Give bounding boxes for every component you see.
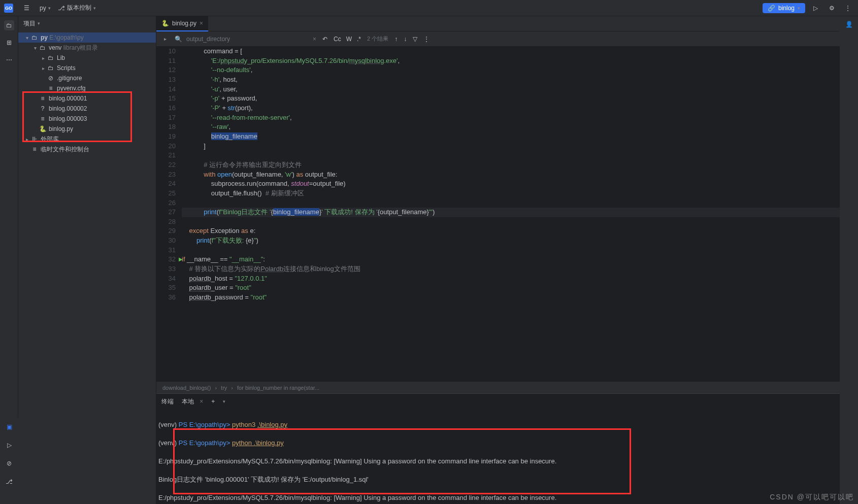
tree-lib[interactable]: ▸🗀Lib	[18, 53, 156, 63]
tree-root[interactable]: ▾🗀py E:\gopath\py	[18, 32, 156, 43]
file-icon: ≡	[39, 115, 47, 122]
close-icon[interactable]: ×	[200, 20, 203, 27]
library-icon: ⊪	[30, 136, 39, 143]
terminal-output[interactable]: (venv) PS E:\gopath\py> python3 .\binlog…	[156, 409, 840, 504]
collapse-icon[interactable]: ▸	[161, 36, 169, 42]
tree-scratch[interactable]: ≡临时文件和控制台	[18, 144, 156, 154]
project-tool-icon[interactable]: 🗀	[4, 20, 14, 30]
terminal-tab-main[interactable]: 终端	[161, 397, 174, 406]
editor-tab[interactable]: 🐍binlog.py×	[156, 16, 208, 31]
tree-binlog1[interactable]: ≡binlog.000001	[18, 93, 156, 104]
account-icon[interactable]: 👤	[844, 19, 854, 29]
terminal-tabs: 终端 本地 × + ▾	[156, 394, 840, 409]
main-toolbar: GO ☰ py▾ ⎇版本控制▾ 🔗binlog▾ ▷ ⚙ ⋮	[0, 0, 858, 16]
file-icon: ≡	[47, 85, 55, 92]
run-tool-icon[interactable]: ▷	[4, 440, 14, 450]
code-content[interactable]: command = [ 'E:/phpstudy_pro/Extensions/…	[182, 47, 840, 381]
breadcrumb-item[interactable]: download_binlogs()	[162, 385, 211, 391]
vcs-selector[interactable]: ⎇版本控制▾	[58, 4, 96, 12]
folder-icon: 🗀	[47, 54, 55, 61]
more-icon[interactable]: ⋮	[842, 2, 854, 14]
structure-tool-icon[interactable]: ⊞	[4, 38, 14, 48]
vcs-label: 版本控制	[67, 4, 91, 12]
folder-icon: 🗀	[39, 44, 47, 51]
run-config-label: binlog	[778, 5, 795, 12]
problems-icon[interactable]: ⊘	[4, 458, 14, 468]
terminal-dropdown-icon[interactable]: ▾	[223, 399, 225, 404]
tree-pyvenv[interactable]: ≡pyvenv.cfg	[18, 83, 156, 93]
run-config-selector[interactable]: 🔗binlog▾	[763, 3, 805, 13]
word-toggle[interactable]: W	[346, 36, 352, 43]
line-gutter: 1011121314151617181920212223242526272829…	[156, 47, 182, 381]
terminal-panel: 终端 本地 × + ▾ (venv) PS E:\gopath\py> pyth…	[156, 393, 840, 504]
file-icon: ?	[39, 105, 47, 112]
tree-external[interactable]: ▸⊪外部库	[18, 134, 156, 144]
project-name: py	[40, 5, 46, 12]
right-tool-rail: 👤	[840, 16, 858, 504]
file-icon: ≡	[39, 95, 47, 102]
scratch-icon: ≡	[30, 146, 39, 153]
tab-label: binlog.py	[172, 20, 196, 27]
sidebar-title: 项目	[23, 19, 36, 28]
project-selector[interactable]: py▾	[40, 5, 51, 12]
clear-icon[interactable]: ×	[313, 36, 316, 43]
ide-logo-icon[interactable]: GO	[4, 4, 13, 13]
find-bar: ▸ 🔍output_directory × ↶ Cc W .* 2 个结果 ↑ …	[156, 31, 840, 47]
python-icon: 🐍	[161, 20, 169, 27]
tree-binlog2[interactable]: ?binlog.000002	[18, 104, 156, 114]
watermark: CSDN @可以吧可以吧	[770, 493, 854, 502]
next-icon[interactable]: ↓	[404, 36, 407, 43]
regex-toggle[interactable]: .*	[357, 36, 361, 43]
tree-gitignore[interactable]: ⊘.gitignore	[18, 73, 156, 83]
python-icon: 🐍	[39, 125, 47, 132]
project-sidebar: 项目▾ ▾🗀py E:\gopath\py ▾🗀venv library根目录 …	[18, 16, 156, 504]
tree-scripts[interactable]: ▸🗀Scripts	[18, 63, 156, 73]
tree-binlog3[interactable]: ≡binlog.000003	[18, 114, 156, 124]
git-icon[interactable]: ⎇	[4, 477, 14, 487]
code-editor[interactable]: 1011121314151617181920212223242526272829…	[156, 47, 840, 381]
results-count: 2 个结果	[367, 35, 388, 43]
project-tree: ▾🗀py E:\gopath\py ▾🗀venv library根目录 ▸🗀Li…	[18, 30, 156, 504]
file-icon: ⊘	[47, 75, 55, 82]
menu-icon[interactable]: ☰	[20, 2, 32, 14]
more-tools-icon[interactable]: ⋯	[4, 55, 14, 65]
tree-binlogpy[interactable]: 🐍binlog.py	[18, 124, 156, 134]
case-toggle[interactable]: Cc	[334, 36, 341, 43]
editor-area: 🐍binlog.py× ▸ 🔍output_directory × ↶ Cc W…	[156, 16, 840, 504]
search-input[interactable]: 🔍output_directory	[175, 36, 307, 43]
terminal-tab-local[interactable]: 本地 ×	[182, 397, 203, 406]
run-button[interactable]: ▷	[809, 2, 821, 14]
undo-icon[interactable]: ↶	[322, 36, 327, 43]
folder-icon: 🗀	[30, 34, 39, 41]
bug-icon: 🔗	[768, 5, 775, 12]
more-icon[interactable]: ⋮	[423, 36, 430, 43]
sidebar-header: 项目▾	[18, 16, 156, 30]
terminal-icon[interactable]: ▣	[4, 422, 14, 432]
folder-icon: 🗀	[47, 64, 55, 72]
filter-icon[interactable]: ▽	[413, 36, 417, 43]
search-icon: 🔍	[175, 36, 182, 43]
prev-icon[interactable]: ↑	[394, 36, 398, 43]
breadcrumb: download_binlogs()› try› for binlog_numb…	[156, 381, 840, 393]
tree-venv[interactable]: ▾🗀venv library根目录	[18, 43, 156, 53]
breadcrumb-item[interactable]: try	[221, 385, 227, 391]
editor-tabbar: 🐍binlog.py×	[156, 16, 840, 31]
breadcrumb-item[interactable]: for binlog_number in range(star...	[237, 385, 319, 391]
close-icon[interactable]: ×	[200, 398, 203, 405]
debug-button[interactable]: ⚙	[826, 2, 838, 14]
branch-icon: ⎇	[58, 5, 65, 12]
add-terminal-icon[interactable]: +	[211, 398, 215, 405]
